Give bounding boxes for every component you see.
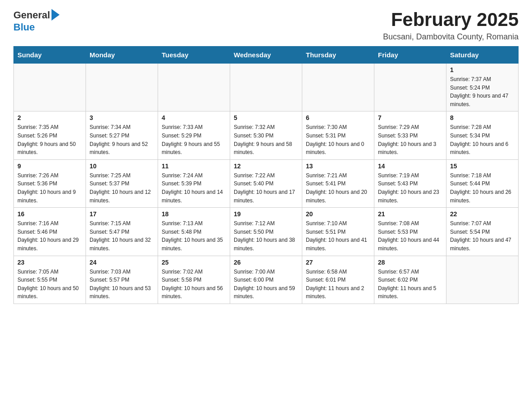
day-number: 23 — [17, 259, 82, 266]
day-number: 14 — [378, 163, 442, 170]
day-info: Sunrise: 7:29 AM Sunset: 5:33 PM Dayligh… — [378, 123, 442, 156]
day-number: 21 — [378, 210, 442, 218]
day-info: Sunrise: 7:33 AM Sunset: 5:29 PM Dayligh… — [162, 123, 226, 156]
day-info: Sunrise: 7:15 AM Sunset: 5:47 PM Dayligh… — [90, 219, 154, 253]
calendar-header-row: SundayMondayTuesdayWednesdayThursdayFrid… — [14, 47, 519, 64]
calendar-header-sunday: Sunday — [14, 47, 86, 64]
day-number: 15 — [450, 163, 515, 170]
calendar-day-cell — [158, 64, 230, 111]
day-number: 26 — [234, 259, 298, 266]
day-number: 16 — [17, 210, 82, 218]
day-info: Sunrise: 7:32 AM Sunset: 5:30 PM Dayligh… — [234, 123, 298, 156]
day-number: 22 — [450, 210, 515, 218]
day-number: 20 — [306, 210, 370, 218]
day-number: 4 — [162, 114, 226, 121]
calendar-day-cell: 24Sunrise: 7:03 AM Sunset: 5:57 PM Dayli… — [86, 256, 158, 304]
calendar-day-cell: 10Sunrise: 7:25 AM Sunset: 5:37 PM Dayli… — [86, 159, 158, 207]
logo: General Blue — [13, 9, 60, 33]
logo-blue-text: Blue — [13, 21, 35, 33]
day-number: 2 — [17, 114, 82, 121]
day-number: 6 — [306, 114, 370, 121]
calendar-day-cell: 5Sunrise: 7:32 AM Sunset: 5:30 PM Daylig… — [230, 111, 302, 159]
day-number: 13 — [306, 163, 370, 170]
calendar-day-cell: 16Sunrise: 7:16 AM Sunset: 5:46 PM Dayli… — [14, 208, 86, 256]
calendar-day-cell: 23Sunrise: 7:05 AM Sunset: 5:55 PM Dayli… — [14, 256, 86, 304]
day-info: Sunrise: 7:03 AM Sunset: 5:57 PM Dayligh… — [90, 268, 154, 301]
day-number: 18 — [162, 210, 226, 218]
calendar-header-saturday: Saturday — [446, 47, 519, 64]
calendar-week-row: 1Sunrise: 7:37 AM Sunset: 5:24 PM Daylig… — [14, 64, 519, 111]
day-info: Sunrise: 7:37 AM Sunset: 5:24 PM Dayligh… — [450, 75, 515, 108]
calendar-day-cell: 8Sunrise: 7:28 AM Sunset: 5:34 PM Daylig… — [446, 111, 519, 159]
calendar-day-cell: 2Sunrise: 7:35 AM Sunset: 5:26 PM Daylig… — [14, 111, 86, 159]
calendar-day-cell — [302, 64, 374, 111]
day-number: 25 — [162, 259, 226, 266]
title-area: February 2025 Bucsani, Dambovita County,… — [383, 9, 519, 42]
day-info: Sunrise: 7:07 AM Sunset: 5:54 PM Dayligh… — [450, 219, 515, 253]
day-info: Sunrise: 7:05 AM Sunset: 5:55 PM Dayligh… — [17, 268, 82, 301]
day-info: Sunrise: 7:13 AM Sunset: 5:48 PM Dayligh… — [162, 219, 226, 253]
day-number: 19 — [234, 210, 298, 218]
calendar-day-cell: 9Sunrise: 7:26 AM Sunset: 5:36 PM Daylig… — [14, 159, 86, 207]
calendar-day-cell: 17Sunrise: 7:15 AM Sunset: 5:47 PM Dayli… — [86, 208, 158, 256]
calendar-day-cell — [230, 64, 302, 111]
calendar-day-cell: 28Sunrise: 6:57 AM Sunset: 6:02 PM Dayli… — [374, 256, 446, 304]
day-number: 12 — [234, 163, 298, 170]
day-number: 28 — [378, 259, 442, 266]
calendar-week-row: 16Sunrise: 7:16 AM Sunset: 5:46 PM Dayli… — [14, 208, 519, 256]
calendar-day-cell: 25Sunrise: 7:02 AM Sunset: 5:58 PM Dayli… — [158, 256, 230, 304]
day-info: Sunrise: 7:34 AM Sunset: 5:27 PM Dayligh… — [90, 123, 154, 156]
calendar-day-cell — [86, 64, 158, 111]
calendar-day-cell — [14, 64, 86, 111]
day-number: 5 — [234, 114, 298, 121]
day-info: Sunrise: 7:18 AM Sunset: 5:44 PM Dayligh… — [450, 171, 515, 205]
day-number: 9 — [17, 163, 82, 170]
calendar-week-row: 2Sunrise: 7:35 AM Sunset: 5:26 PM Daylig… — [14, 111, 519, 159]
day-number: 3 — [90, 114, 154, 121]
day-info: Sunrise: 7:16 AM Sunset: 5:46 PM Dayligh… — [17, 219, 82, 253]
calendar-day-cell: 20Sunrise: 7:10 AM Sunset: 5:51 PM Dayli… — [302, 208, 374, 256]
day-info: Sunrise: 7:02 AM Sunset: 5:58 PM Dayligh… — [162, 268, 226, 301]
calendar-table: SundayMondayTuesdayWednesdayThursdayFrid… — [13, 46, 519, 304]
day-info: Sunrise: 7:24 AM Sunset: 5:39 PM Dayligh… — [162, 171, 226, 205]
calendar-header-wednesday: Wednesday — [230, 47, 302, 64]
calendar-day-cell: 13Sunrise: 7:21 AM Sunset: 5:41 PM Dayli… — [302, 159, 374, 207]
day-info: Sunrise: 7:19 AM Sunset: 5:43 PM Dayligh… — [378, 171, 442, 205]
calendar-header-tuesday: Tuesday — [158, 47, 230, 64]
day-number: 8 — [450, 114, 515, 121]
calendar-header-friday: Friday — [374, 47, 446, 64]
calendar-day-cell: 22Sunrise: 7:07 AM Sunset: 5:54 PM Dayli… — [446, 208, 519, 256]
day-number: 17 — [90, 210, 154, 218]
day-number: 7 — [378, 114, 442, 121]
calendar-day-cell: 27Sunrise: 6:58 AM Sunset: 6:01 PM Dayli… — [302, 256, 374, 304]
calendar-day-cell: 21Sunrise: 7:08 AM Sunset: 5:53 PM Dayli… — [374, 208, 446, 256]
day-info: Sunrise: 7:35 AM Sunset: 5:26 PM Dayligh… — [17, 123, 82, 156]
calendar-day-cell: 3Sunrise: 7:34 AM Sunset: 5:27 PM Daylig… — [86, 111, 158, 159]
calendar-day-cell — [374, 64, 446, 111]
day-info: Sunrise: 7:30 AM Sunset: 5:31 PM Dayligh… — [306, 123, 370, 156]
calendar-day-cell: 14Sunrise: 7:19 AM Sunset: 5:43 PM Dayli… — [374, 159, 446, 207]
day-info: Sunrise: 7:22 AM Sunset: 5:40 PM Dayligh… — [234, 171, 298, 205]
calendar-day-cell: 18Sunrise: 7:13 AM Sunset: 5:48 PM Dayli… — [158, 208, 230, 256]
calendar-day-cell: 26Sunrise: 7:00 AM Sunset: 6:00 PM Dayli… — [230, 256, 302, 304]
day-info: Sunrise: 7:08 AM Sunset: 5:53 PM Dayligh… — [378, 219, 442, 253]
calendar-week-row: 9Sunrise: 7:26 AM Sunset: 5:36 PM Daylig… — [14, 159, 519, 207]
day-info: Sunrise: 7:28 AM Sunset: 5:34 PM Dayligh… — [450, 123, 515, 156]
day-number: 11 — [162, 163, 226, 170]
day-info: Sunrise: 7:25 AM Sunset: 5:37 PM Dayligh… — [90, 171, 154, 205]
day-info: Sunrise: 7:21 AM Sunset: 5:41 PM Dayligh… — [306, 171, 370, 205]
day-info: Sunrise: 7:26 AM Sunset: 5:36 PM Dayligh… — [17, 171, 82, 205]
page-header: General Blue February 2025 Bucsani, Damb… — [13, 9, 519, 42]
day-info: Sunrise: 7:10 AM Sunset: 5:51 PM Dayligh… — [306, 219, 370, 253]
day-number: 10 — [90, 163, 154, 170]
calendar-day-cell: 19Sunrise: 7:12 AM Sunset: 5:50 PM Dayli… — [230, 208, 302, 256]
calendar-day-cell: 6Sunrise: 7:30 AM Sunset: 5:31 PM Daylig… — [302, 111, 374, 159]
calendar-day-cell: 7Sunrise: 7:29 AM Sunset: 5:33 PM Daylig… — [374, 111, 446, 159]
logo-triangle-icon — [51, 9, 60, 21]
day-number: 27 — [306, 259, 370, 266]
day-info: Sunrise: 6:58 AM Sunset: 6:01 PM Dayligh… — [306, 268, 370, 301]
day-number: 24 — [90, 259, 154, 266]
logo-general-text: General — [13, 9, 50, 21]
calendar-day-cell: 15Sunrise: 7:18 AM Sunset: 5:44 PM Dayli… — [446, 159, 519, 207]
calendar-day-cell: 11Sunrise: 7:24 AM Sunset: 5:39 PM Dayli… — [158, 159, 230, 207]
